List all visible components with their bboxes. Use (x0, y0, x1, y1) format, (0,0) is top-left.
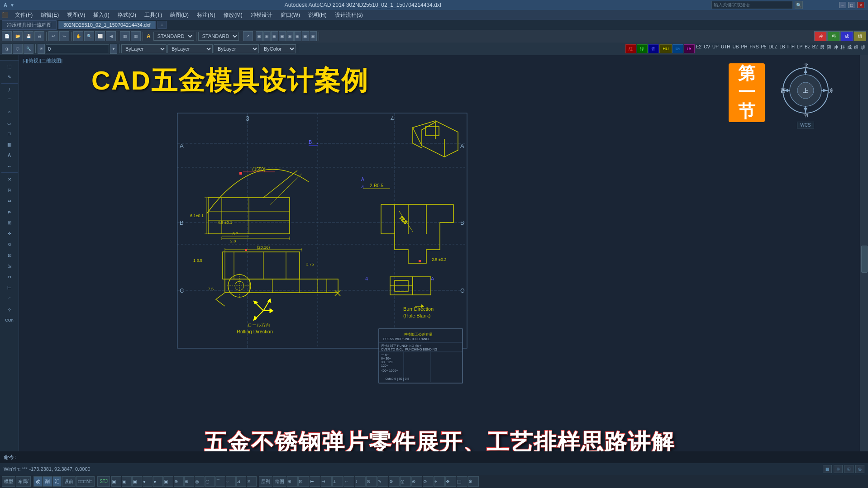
minimize-button[interactable]: − (839, 2, 846, 8)
btm-settings[interactable]: ⚙ (468, 476, 479, 487)
sidebar-tool-copy[interactable]: ⎘ (1, 185, 18, 195)
btm-icon5[interactable]: ⊥ (332, 476, 343, 487)
layer-mgr-btn[interactable]: ◑ (2, 44, 12, 54)
undo-btn[interactable]: ↩ (48, 31, 58, 41)
new-btn[interactable]: 📄 (2, 31, 12, 41)
sidebar-tool-array[interactable]: ⊞ (1, 218, 18, 227)
btm-small2[interactable]: ▣ (122, 476, 132, 487)
btm-icon9[interactable]: ✎ (377, 476, 388, 487)
menu-design-flow[interactable]: 设计流程(s) (331, 10, 367, 20)
btm-icon11[interactable]: ◎ (400, 476, 411, 487)
maximize-button[interactable]: □ (848, 2, 855, 8)
tab-flow-chart[interactable]: 冲压模具设计流程图 (2, 20, 57, 30)
btm-icon16[interactable]: ⬚ (457, 476, 467, 487)
btm-layer-btns[interactable]: 层列 (259, 476, 272, 487)
menu-punch[interactable]: 冲模设计 (247, 10, 276, 20)
btm-icon14[interactable]: ⌖ (434, 476, 445, 487)
color-dropdown[interactable]: ByLayer (121, 44, 167, 53)
canvas-area[interactable]: [-][俯视][二维线图] CAD五金模具设计案例 第一节 (19, 55, 860, 463)
sidebar-tool-mirror[interactable]: ⇔ (1, 196, 18, 206)
layer-state-btn[interactable]: 🔧 (24, 44, 33, 54)
tab-add[interactable]: + (157, 21, 167, 29)
btm-icon2[interactable]: ⊡ (298, 476, 309, 487)
btm-icon1[interactable]: ⊞ (287, 476, 298, 487)
pan-btn[interactable]: ✋ (73, 31, 83, 41)
btm-icon15[interactable]: ❖ (445, 476, 456, 487)
btm-small4[interactable]: ● (143, 476, 153, 487)
print-btn[interactable]: 🖨 (34, 31, 44, 41)
btm-small1[interactable]: ▣ (111, 476, 121, 487)
icon3[interactable]: ▣ (271, 31, 278, 41)
sidebar-tool-rect[interactable]: □ (1, 128, 18, 138)
layer-dropdown-arrow[interactable]: ▼ (110, 44, 117, 54)
close-button[interactable]: × (857, 2, 864, 8)
sidebar-tool-erase[interactable]: ✕ (1, 174, 18, 184)
btm-model-tab[interactable]: 模型 (2, 476, 15, 487)
btm-small6[interactable]: ▣ (163, 476, 173, 487)
color-btn-magenta[interactable]: U₂ (684, 44, 695, 53)
btm-icon10[interactable]: ⚙ (389, 476, 400, 487)
redo-btn[interactable]: ↪ (59, 31, 69, 41)
btm-icon12[interactable]: ⊗ (411, 476, 422, 487)
btm-small11[interactable]: ⌒ (215, 476, 225, 487)
punch-btn2[interactable]: 料 (827, 31, 840, 41)
icon8[interactable]: ▣ (310, 31, 317, 41)
sidebar-tool-text[interactable]: A (1, 150, 18, 160)
sidebar-tool-line[interactable]: / (1, 85, 18, 95)
btm-rect-btns[interactable]: □□□N□ (76, 476, 95, 487)
btm-layout-tab[interactable]: 布局/ (16, 476, 31, 487)
text-style-dropdown[interactable]: STANDARD (153, 32, 194, 41)
btm-small9[interactable]: ◎ (195, 476, 205, 487)
save-btn[interactable]: 💾 (24, 31, 33, 41)
sidebar-tool-rotate[interactable]: ↻ (1, 239, 18, 249)
sidebar-con[interactable]: COn (1, 315, 18, 325)
search-box[interactable]: 输入关键字或短语 (711, 1, 793, 9)
layer-input[interactable]: 0 (46, 44, 109, 53)
sidebar-tool-pline[interactable]: ⌒ (1, 96, 18, 106)
layer-btn[interactable]: ▦ (120, 31, 130, 41)
layer-prop-btn[interactable]: ⬡ (13, 44, 23, 54)
layer2-btn[interactable]: ▦ (131, 31, 141, 41)
zoom-btn[interactable]: 🔍 (84, 31, 94, 41)
zoom-win-btn[interactable]: ⬜ (95, 31, 105, 41)
btm-icon4[interactable]: ⊣ (321, 476, 332, 487)
menu-window[interactable]: 窗口(W) (277, 10, 304, 20)
sidebar-tool-scale[interactable]: ⊡ (1, 250, 18, 260)
sidebar-tool-modify[interactable]: ✎ (1, 72, 18, 82)
btm-small7[interactable]: ⊕ (174, 476, 184, 487)
btm-small14[interactable]: ✕ (247, 476, 257, 487)
sidebar-tool-fillet[interactable]: ◜ (1, 294, 18, 303)
icon4[interactable]: ▣ (279, 31, 286, 41)
color-btn-yellow[interactable]: HU (659, 44, 672, 53)
sidebar-tool-dim[interactable]: ↔ (1, 161, 18, 171)
sidebar-tool-explode[interactable]: ⊹ (1, 304, 18, 314)
dim-style-dropdown[interactable]: STANDARD (198, 32, 239, 41)
polar-toggle[interactable]: ◎ (855, 465, 864, 473)
color-btn-cyan[interactable]: U₁ (672, 44, 683, 53)
plotstyle-dropdown[interactable]: ByColor (260, 44, 296, 53)
btm-small8[interactable]: ⊕ (184, 476, 194, 487)
btm-icon8[interactable]: ⊙ (366, 476, 377, 487)
menu-format[interactable]: 格式(O) (114, 10, 140, 20)
sidebar-tool-circle[interactable]: ○ (1, 107, 18, 117)
btm-small5[interactable]: ● (153, 476, 163, 487)
sidebar-tool-move[interactable]: ✛ (1, 228, 18, 238)
ortho-toggle[interactable]: ⊞ (844, 465, 854, 473)
snap-toggle[interactable]: ⊕ (834, 465, 843, 473)
punch-btn3[interactable]: 成 (840, 31, 853, 41)
sidebar-tool-extend[interactable]: ⊢ (1, 283, 18, 293)
punch-btn1[interactable]: 冲 (814, 31, 827, 41)
btm-small13[interactable]: ⊿ (236, 476, 246, 487)
right-sidebar[interactable] (860, 55, 868, 463)
icon6[interactable]: ▣ (294, 31, 301, 41)
linetype-dropdown[interactable]: ByLayer (167, 44, 213, 53)
color-btn-blue[interactable]: 青 (648, 44, 659, 53)
sidebar-tool-draw[interactable]: ⬚ (1, 61, 18, 71)
menu-help[interactable]: 说明(H) (305, 10, 330, 20)
grid-toggle[interactable]: ▦ (823, 465, 832, 473)
tab-dxf-file[interactable]: 302ND25510_02_1_150704214434.dxf (58, 21, 156, 29)
open-btn[interactable]: 📂 (13, 31, 23, 41)
lineweight-dropdown[interactable]: ByLayer (214, 44, 259, 53)
color-btn-red[interactable]: 紅 (625, 44, 636, 53)
btm-she-qian[interactable]: 设前 (62, 476, 76, 487)
